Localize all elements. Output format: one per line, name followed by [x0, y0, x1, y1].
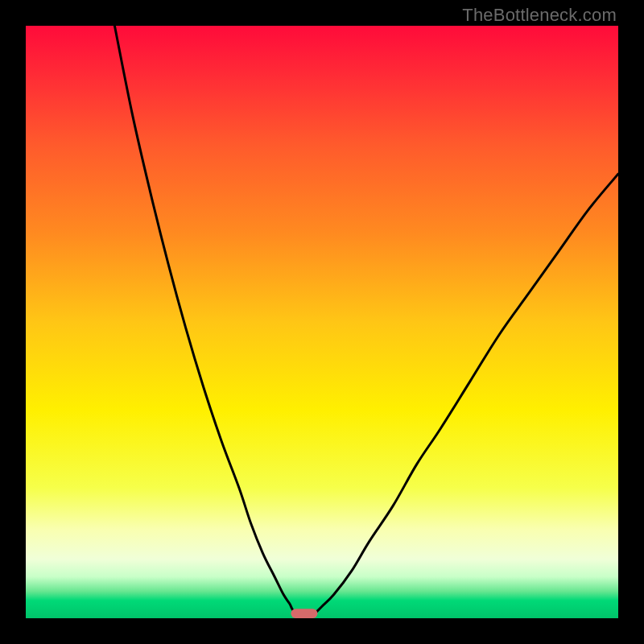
minimum-marker — [291, 609, 317, 618]
gradient-background — [26, 26, 618, 618]
watermark-text: TheBottleneck.com — [462, 5, 617, 26]
bottleneck-curve-plot — [26, 26, 618, 618]
plot-frame — [26, 26, 618, 618]
